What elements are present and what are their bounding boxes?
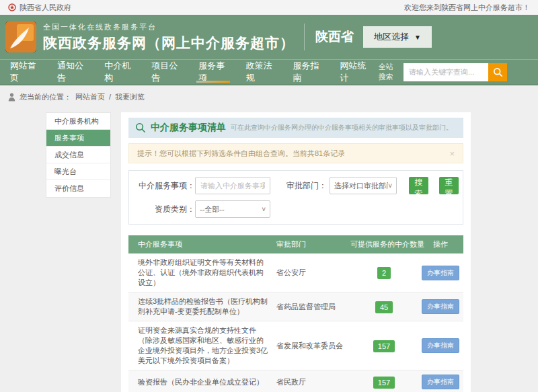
sidebar-item-4[interactable]: 评价信息 xyxy=(46,180,110,197)
service-item-input[interactable] xyxy=(195,177,270,194)
brand-block: 全国一体化在线政务服务平台 陕西政务服务网（网上中介服务超市） xyxy=(43,22,295,52)
nav-item[interactable]: 通知公告 xyxy=(48,60,95,84)
guide-button[interactable]: 办事指南 xyxy=(422,338,459,353)
nav-item[interactable]: 项目公告 xyxy=(143,60,190,84)
service-item-name: 验资报告（民办非企业单位成立登记） xyxy=(128,377,276,387)
col-header-dept: 审批部门 xyxy=(276,239,350,249)
service-item-name: 证明资金来源真实合规的支持性文件（除涉及敏感国家和地区、敏感行业的企业境外投资项… xyxy=(128,325,276,366)
list-search-icon xyxy=(135,122,146,133)
region-select-button[interactable]: 地区选择 ▼ xyxy=(363,26,432,48)
header-divider xyxy=(304,24,305,50)
approval-dept-select[interactable]: 选择对口审批部门 ˅ xyxy=(330,177,397,194)
nav-item[interactable]: 服务指南 xyxy=(284,60,331,84)
breadcrumb-current: 我要浏览 xyxy=(115,92,145,102)
search-input[interactable] xyxy=(404,63,488,81)
sidebar-menu: 中介服务机构服务事项成交信息曝光台评价信息 xyxy=(46,112,111,198)
guide-button[interactable]: 办事指南 xyxy=(422,299,459,314)
table-row: 连续3批样品的检验报告书（医疗机构制剂补充申请-变更委托配制单位） 省药品监督管… xyxy=(128,292,463,321)
nav-item[interactable]: 中介机构 xyxy=(95,60,143,84)
main-nav: 网站首页 通知公告 中介机构 项目公告 服务事项 政策法规 服务指南 网站统计 … xyxy=(0,59,538,85)
service-item-label: 中介服务事项： xyxy=(133,180,195,192)
welcome-text: 欢迎您来到陕西省网上中介服务超市！ xyxy=(404,3,530,13)
search-submit-button[interactable]: 搜 索 xyxy=(409,177,428,194)
close-icon[interactable]: × xyxy=(449,149,455,159)
chevron-down-icon: ▼ xyxy=(414,34,421,41)
content-area: 中介服务机构服务事项成交信息曝光台评价信息 中介服务事项清单 可在此查询中介服务… xyxy=(46,112,538,392)
page-subtitle: 可在此查询中介服务网办理的中介服务事项相关的审批事项以及审批部门。 xyxy=(231,123,453,132)
agency-count-badge: 2 xyxy=(377,267,391,279)
filter-form: 中介服务事项： 审批部门： 选择对口审批部门 ˅ 搜 索 重 置 资质类别： -… xyxy=(128,170,463,225)
breadcrumb-separator: / xyxy=(109,93,111,101)
sidebar-item-3[interactable]: 曝光台 xyxy=(46,163,110,180)
agency-count-badge: 157 xyxy=(373,377,395,389)
table-row: 境外非政府组织证明文件等有关材料的公证、认证（境外非政府组织代表机构设立） 省公… xyxy=(128,253,463,292)
service-item-name: 连续3批样品的检验报告书（医疗机构制剂补充申请-变更委托配制单位） xyxy=(128,297,276,317)
active-tab-underline xyxy=(196,81,230,83)
nav-item[interactable]: 服务事项 xyxy=(190,60,237,84)
page-title: 中介服务事项清单 xyxy=(151,122,226,134)
service-item-name: 境外非政府组织证明文件等有关材料的公证、认证（境外非政府组织代表机构设立） xyxy=(128,258,276,288)
user-location-icon xyxy=(8,93,15,102)
table-header-row: 中介服务事项 审批部门 可提供服务的中介数量 操作 xyxy=(128,235,463,253)
nav-item[interactable]: 政策法规 xyxy=(237,60,284,84)
table-body: 境外非政府组织证明文件等有关材料的公证、认证（境外非政府组织代表机构设立） 省公… xyxy=(128,253,463,392)
chevron-down-icon: ˅ xyxy=(388,182,392,190)
search-icon xyxy=(493,67,503,77)
nav-item[interactable]: 网站首页 xyxy=(1,60,48,84)
main-panel: 中介服务事项清单 可在此查询中介服务网办理的中介服务事项相关的审批事项以及审批部… xyxy=(121,112,471,392)
sidebar-item-2[interactable]: 成交信息 xyxy=(46,147,110,163)
guide-button[interactable]: 办事指南 xyxy=(422,266,459,280)
approval-dept-label: 审批部门： xyxy=(270,180,327,192)
approval-dept: 省民政厅 xyxy=(276,377,350,387)
platform-name: 全国一体化在线政务服务平台 xyxy=(43,22,295,32)
approval-dept: 省药品监督管理局 xyxy=(276,302,350,312)
sidebar-item-1[interactable]: 服务事项 xyxy=(46,130,110,147)
service-items-table: 中介服务事项 审批部门 可提供服务的中介数量 操作 境外非政府组织证明文件等有关… xyxy=(128,235,463,392)
approval-dept: 省发展和改革委员会 xyxy=(276,341,350,351)
chevron-down-icon: ˅ xyxy=(262,206,266,213)
panel-header: 中介服务事项清单 可在此查询中介服务网办理的中介服务事项相关的审批事项以及审批部… xyxy=(128,118,463,138)
col-header-action: 操作 xyxy=(418,239,463,249)
sidebar-item-0[interactable]: 中介服务机构 xyxy=(46,113,110,130)
agency-count-badge: 157 xyxy=(373,340,395,352)
search-button[interactable] xyxy=(488,63,507,81)
table-row: 证明资金来源真实合规的支持性文件（除涉及敏感国家和地区、敏感行业的企业境外投资项… xyxy=(128,321,463,370)
tip-text: 提示！您可以根据下列筛选条件自由组合查询。当前共81条记录 xyxy=(137,149,345,159)
col-header-name: 中介服务事项 xyxy=(128,239,276,249)
table-row: 验资报告（民办非企业单位成立登记） 省民政厅 157 办事指南 xyxy=(128,370,463,392)
site-logo-icon xyxy=(5,22,36,52)
national-emblem-icon xyxy=(8,3,16,11)
site-search: 全站搜索 xyxy=(379,62,507,82)
breadcrumb-home-link[interactable]: 网站首页 xyxy=(75,92,105,102)
agency-count-badge: 45 xyxy=(375,301,393,313)
guide-button[interactable]: 办事指南 xyxy=(422,375,459,389)
approval-dept: 省公安厅 xyxy=(276,268,350,278)
qualification-select[interactable]: --全部-- ˅ xyxy=(195,200,270,218)
search-label: 全站搜索 xyxy=(379,62,400,82)
breadcrumb-prefix: 您当前的位置： xyxy=(20,92,71,102)
qualification-label: 资质类别： xyxy=(133,204,195,215)
province-name: 陕西省 xyxy=(315,28,354,46)
nav-items: 网站首页 通知公告 中介机构 项目公告 服务事项 政策法规 服务指南 网站统计 xyxy=(1,60,379,84)
tip-banner: 提示！您可以根据下列筛选条件自由组合查询。当前共81条记录 × xyxy=(128,143,463,163)
col-header-count: 可提供服务的中介数量 xyxy=(350,239,418,249)
nav-item[interactable]: 网站统计 xyxy=(332,60,379,84)
reset-button[interactable]: 重 置 xyxy=(439,177,459,194)
gov-portal-link[interactable]: 陕西省人民政府 xyxy=(20,3,71,13)
site-title: 陕西政务服务网（网上中介服务超市） xyxy=(43,34,295,52)
breadcrumb: 您当前的位置： 网站首页 / 我要浏览 xyxy=(0,85,538,108)
masthead: 全国一体化在线政务服务平台 陕西政务服务网（网上中介服务超市） 陕西省 地区选择… xyxy=(0,15,538,59)
top-utility-bar: 陕西省人民政府 欢迎您来到陕西省网上中介服务超市！ xyxy=(0,0,538,15)
